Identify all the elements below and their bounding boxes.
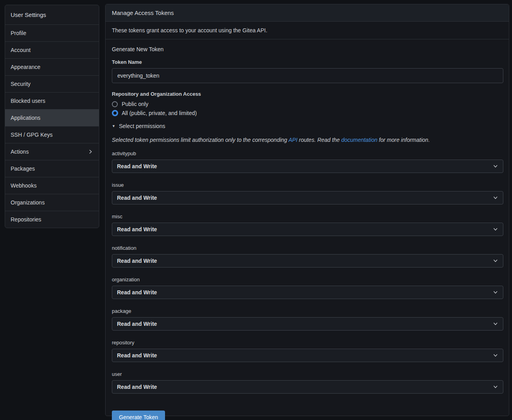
panel-title: Manage Access Tokens	[106, 4, 509, 22]
sidebar-item-account[interactable]: Account	[5, 41, 99, 58]
permission-select-organization[interactable]: Read and Write	[112, 286, 503, 299]
permissions-note: Selected token permissions limit authori…	[112, 137, 503, 143]
sidebar-item-packages[interactable]: Packages	[5, 160, 99, 177]
sidebar-item-label: Repositories	[11, 216, 41, 223]
radio-all-access[interactable]: All (public, private, and limited)	[112, 110, 197, 116]
permission-group-repository: repository Read and Write	[112, 340, 503, 362]
chevron-down-icon	[493, 227, 498, 232]
permission-select-user[interactable]: Read and Write	[112, 380, 503, 394]
permission-name: activitypub	[112, 151, 503, 156]
permission-name: user	[112, 371, 503, 377]
permission-name: organization	[112, 277, 503, 282]
sidebar-item-label: Blocked users	[11, 98, 45, 104]
radio-icon	[112, 110, 118, 116]
token-name-input[interactable]	[112, 68, 503, 83]
permission-select-package[interactable]: Read and Write	[112, 317, 503, 331]
permission-select-repository[interactable]: Read and Write	[112, 349, 503, 362]
permission-select-issue[interactable]: Read and Write	[112, 191, 503, 204]
sidebar-item-blocked-users[interactable]: Blocked users	[5, 92, 99, 109]
user-settings-page: User Settings Profile Account Appearance…	[0, 0, 512, 420]
generate-token-form: Generate New Token Token Name Repository…	[106, 39, 509, 420]
select-permissions-label: Select permissions	[119, 123, 165, 129]
sidebar-item-repositories[interactable]: Repositories	[5, 211, 99, 228]
sidebar-item-label: Profile	[11, 30, 26, 36]
permission-group-misc: misc Read and Write	[112, 214, 503, 236]
permission-group-issue: issue Read and Write	[112, 182, 503, 204]
radio-label: All (public, private, and limited)	[122, 110, 197, 116]
settings-sidebar: User Settings Profile Account Appearance…	[5, 5, 99, 228]
chevron-down-icon	[493, 258, 498, 264]
token-name-label: Token Name	[112, 59, 503, 65]
select-value: Read and Write	[117, 352, 157, 359]
select-value: Read and Write	[117, 226, 157, 232]
sidebar-item-label: Webhooks	[11, 182, 37, 189]
permission-group-user: user Read and Write	[112, 371, 503, 394]
sidebar-item-label: SSH / GPG Keys	[11, 132, 53, 138]
note-text: Selected token permissions limit authori…	[112, 137, 289, 143]
radio-label: Public only	[122, 101, 148, 107]
select-value: Read and Write	[117, 163, 157, 169]
select-value: Read and Write	[117, 195, 157, 201]
sidebar-item-label: Applications	[11, 115, 41, 121]
sidebar-item-actions[interactable]: Actions	[5, 143, 99, 160]
panel-description: These tokens grant access to your accoun…	[106, 22, 509, 39]
select-value: Read and Write	[117, 321, 157, 327]
sidebar-item-label: Organizations	[11, 199, 45, 206]
sidebar-item-label: Actions	[11, 149, 29, 155]
sidebar-item-applications[interactable]: Applications	[5, 109, 99, 126]
chevron-right-icon	[88, 149, 93, 154]
chevron-down-icon	[493, 353, 498, 358]
sidebar-item-label: Account	[11, 47, 31, 53]
select-value: Read and Write	[117, 289, 157, 295]
sidebar-item-webhooks[interactable]: Webhooks	[5, 177, 99, 194]
chevron-down-icon	[493, 195, 498, 201]
api-link[interactable]: API	[289, 137, 298, 143]
permission-name: repository	[112, 340, 503, 346]
access-scope-label: Repository and Organization Access	[112, 91, 503, 97]
sidebar-item-organizations[interactable]: Organizations	[5, 194, 99, 211]
permission-select-notification[interactable]: Read and Write	[112, 254, 503, 268]
permission-name: notification	[112, 245, 503, 251]
radio-icon	[112, 101, 118, 107]
permission-group-organization: organization Read and Write	[112, 277, 503, 299]
manage-access-tokens-panel: Manage Access Tokens These tokens grant …	[105, 4, 509, 416]
chevron-down-icon	[493, 290, 498, 295]
select-permissions-toggle[interactable]: ▼ Select permissions	[112, 123, 165, 129]
sidebar-item-appearance[interactable]: Appearance	[5, 58, 99, 75]
permission-select-activitypub[interactable]: Read and Write	[112, 160, 503, 173]
note-text: for more information.	[377, 137, 430, 143]
sidebar-item-ssh-gpg-keys[interactable]: SSH / GPG Keys	[5, 126, 99, 143]
documentation-link[interactable]: documentation	[341, 137, 377, 143]
permission-group-package: package Read and Write	[112, 308, 503, 331]
radio-public-only[interactable]: Public only	[112, 101, 148, 107]
section-title: Generate New Token	[112, 46, 503, 52]
chevron-down-icon	[493, 384, 498, 390]
sidebar-item-profile[interactable]: Profile	[5, 24, 99, 41]
permission-select-misc[interactable]: Read and Write	[112, 223, 503, 236]
chevron-down-icon	[493, 164, 498, 169]
generate-token-button[interactable]: Generate Token	[112, 411, 165, 420]
note-text: routes. Read the	[297, 137, 341, 143]
permission-name: misc	[112, 214, 503, 219]
chevron-down-icon	[493, 321, 498, 327]
sidebar-item-label: Security	[11, 81, 31, 87]
sidebar-title: User Settings	[5, 5, 99, 24]
select-value: Read and Write	[117, 258, 157, 264]
permission-name: issue	[112, 182, 503, 188]
permission-group-activitypub: activitypub Read and Write	[112, 151, 503, 173]
sidebar-item-label: Packages	[11, 165, 35, 172]
permission-name: package	[112, 308, 503, 314]
select-value: Read and Write	[117, 384, 157, 390]
permission-group-notification: notification Read and Write	[112, 245, 503, 268]
sidebar-item-label: Appearance	[11, 64, 41, 70]
triangle-down-icon: ▼	[112, 124, 115, 128]
sidebar-item-security[interactable]: Security	[5, 75, 99, 92]
